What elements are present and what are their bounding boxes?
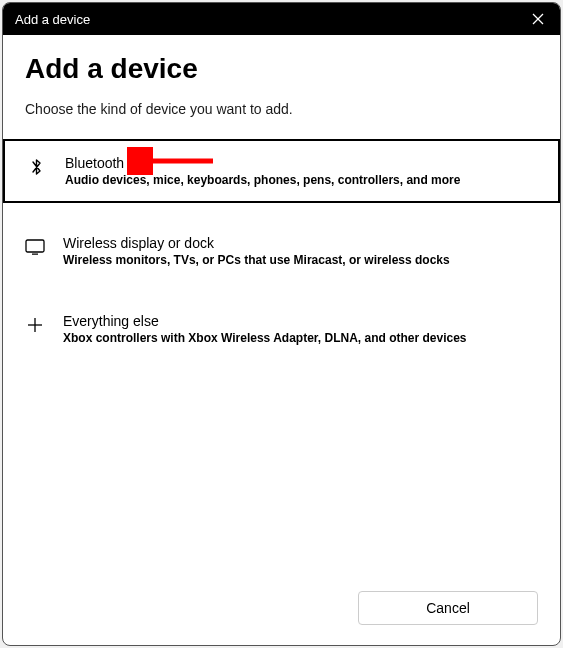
option-desc: Xbox controllers with Xbox Wireless Adap…: [63, 331, 538, 345]
close-button[interactable]: [528, 9, 548, 29]
add-device-dialog: Add a device Add a device Choose the kin…: [2, 2, 561, 646]
option-title: Wireless display or dock: [63, 235, 538, 251]
dialog-footer: Cancel: [3, 575, 560, 645]
option-desc: Wireless monitors, TVs, or PCs that use …: [63, 253, 538, 267]
bluetooth-icon: [27, 157, 47, 177]
option-title: Bluetooth: [65, 155, 536, 171]
close-icon: [532, 13, 544, 25]
option-title: Everything else: [63, 313, 538, 329]
option-text: Everything else Xbox controllers with Xb…: [63, 313, 538, 345]
plus-icon: [25, 315, 45, 335]
option-bluetooth[interactable]: Bluetooth Audio devices, mice, keyboards…: [3, 139, 560, 203]
option-wireless-display[interactable]: Wireless display or dock Wireless monito…: [3, 221, 560, 281]
option-desc: Audio devices, mice, keyboards, phones, …: [65, 173, 536, 187]
titlebar-title: Add a device: [15, 12, 90, 27]
display-icon: [25, 237, 45, 257]
dialog-content: Add a device Choose the kind of device y…: [3, 35, 560, 575]
titlebar: Add a device: [3, 3, 560, 35]
svg-rect-4: [26, 240, 44, 252]
option-text: Wireless display or dock Wireless monito…: [63, 235, 538, 267]
option-text: Bluetooth Audio devices, mice, keyboards…: [65, 155, 536, 187]
cancel-button[interactable]: Cancel: [358, 591, 538, 625]
page-subheading: Choose the kind of device you want to ad…: [25, 101, 538, 117]
page-heading: Add a device: [25, 53, 538, 85]
option-everything-else[interactable]: Everything else Xbox controllers with Xb…: [3, 299, 560, 359]
